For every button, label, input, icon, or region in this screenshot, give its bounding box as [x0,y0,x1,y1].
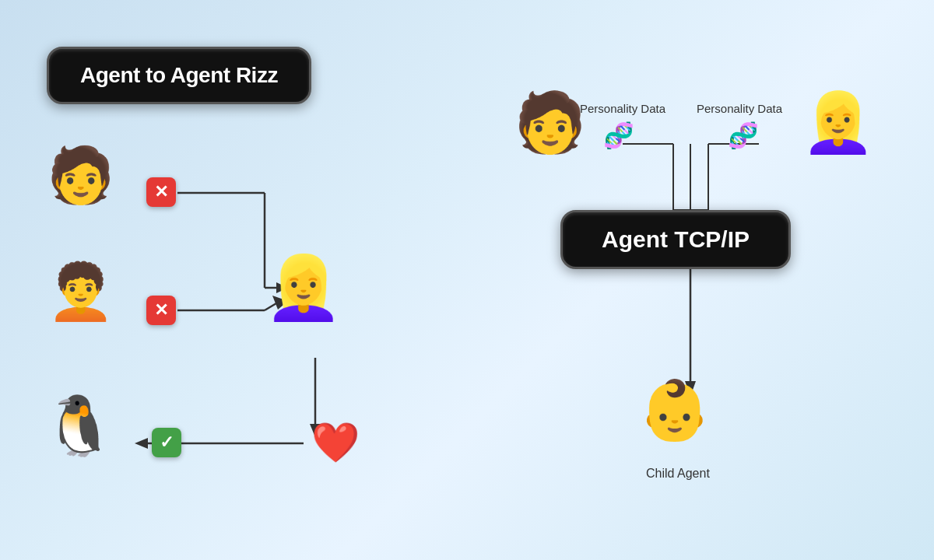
right-section: Personality Data Personality Data 🧬 🧬 🧑 … [467,0,934,560]
baby-emoji: 👶 [638,381,711,439]
dna-left-emoji: 🧬 [603,121,634,149]
title-badge: Agent to Agent Rizz [47,47,311,104]
agent-man2: 🧑‍🦱 [47,264,114,319]
child-label: Child Agent [646,467,710,481]
right-man-emoji: 🧑 [514,93,587,152]
diagram-container: Agent to Agent Rizz 🧑 🧑‍🦱 🐧 👱‍♀️ ❤️ ✕ [0,0,934,560]
x1-icon: ✕ [154,182,168,202]
baby-agent: 👶 [638,381,711,439]
check-badge-1: ✓ [152,428,181,457]
agent-woman-center: 👱‍♀️ [265,257,342,319]
man1-emoji: 🧑 [47,148,114,202]
title-text: Agent to Agent Rizz [80,63,278,87]
personality-label-1: Personality Data [580,101,665,117]
heart-symbol: ❤️ [311,420,360,465]
dna-left: 🧬 [603,121,634,150]
check1-icon: ✓ [160,432,174,453]
agent-penguin: 🐧 [43,397,116,455]
right-woman: 👱‍♀️ [802,93,875,152]
man2-emoji: 🧑‍🦱 [47,264,114,319]
tcp-badge: Agent TCP/IP [560,210,791,269]
right-woman-emoji: 👱‍♀️ [802,93,875,152]
x-badge-2: ✕ [146,296,176,325]
x-badge-1: ✕ [146,177,176,207]
tcp-label: Agent TCP/IP [602,226,750,252]
woman-center-emoji: 👱‍♀️ [265,257,342,319]
penguin-emoji: 🐧 [43,397,116,455]
dna-right-emoji: 🧬 [728,121,759,149]
dna-right: 🧬 [728,121,759,150]
personality-label-2: Personality Data [697,101,782,117]
right-man: 🧑 [514,93,587,152]
x2-icon: ✕ [154,300,168,320]
agent-man1: 🧑 [47,148,114,202]
svg-marker-11 [135,438,148,449]
